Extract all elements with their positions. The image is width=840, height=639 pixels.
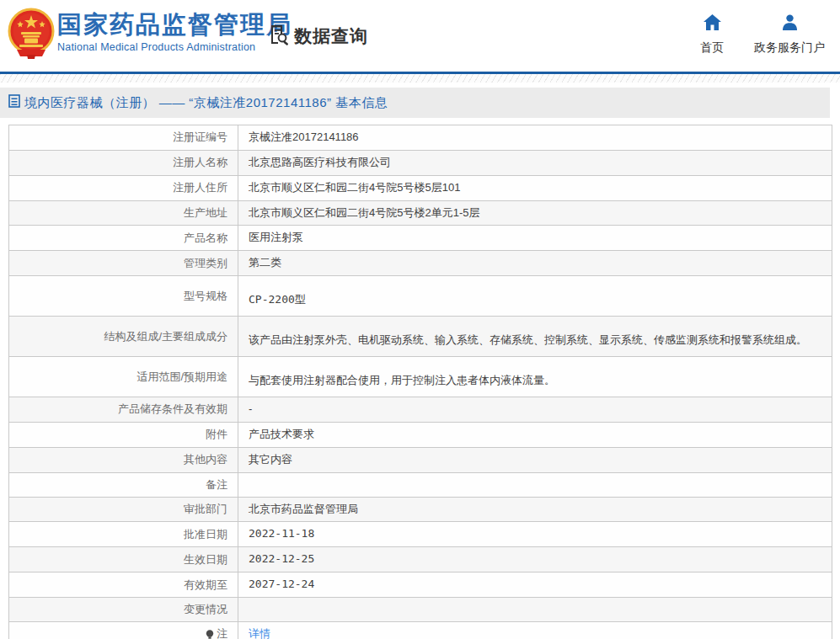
row-label: 注 — [9, 622, 238, 639]
data-query-section[interactable]: 数据查询 — [266, 22, 368, 51]
row-value: 2022-11-18 — [238, 522, 832, 546]
breadcrumb-bar: 境内医疗器械（注册） —— “京械注准20172141186” 基本信息 — [0, 88, 830, 118]
data-query-icon — [266, 22, 292, 51]
table-row: 其他内容 其它内容 — [9, 448, 832, 473]
table-row: 备注 — [9, 473, 832, 498]
table-row: 管理类别 第二类 — [9, 251, 832, 276]
row-label: 备注 — [9, 473, 238, 497]
row-label: 注册证编号 — [9, 125, 238, 150]
data-query-label: 数据查询 — [294, 24, 368, 48]
row-value: 与配套使用注射器配合使用，用于控制注入患者体内液体流量。 — [238, 357, 832, 397]
org-names: 国家药品监督管理局 National Medical Products Admi… — [57, 11, 292, 53]
bulb-icon — [206, 630, 214, 639]
row-value: 2027-12-24 — [238, 572, 832, 597]
row-label: 注册人住所 — [9, 176, 238, 200]
row-label: 产品名称 — [9, 226, 238, 250]
table-row: 注册人名称 北京思路高医疗科技有限公司 — [9, 151, 832, 176]
row-value: 北京市顺义区仁和园二街4号院5号楼5层101 — [238, 176, 832, 200]
table-row: 型号规格 CP-2200型 — [9, 276, 832, 317]
table-row: 审批部门 北京市药品监督管理局 — [9, 498, 832, 523]
row-value: 该产品由注射泵外壳、电机驱动系统、输入系统、存储系统、控制系统、显示系统、传感监… — [238, 317, 832, 356]
nav-label-portal: 政务服务门户 — [754, 40, 825, 56]
nav-label-home: 首页 — [700, 40, 724, 56]
row-label: 产品储存条件及有效期 — [9, 397, 238, 422]
row-label: 附件 — [9, 423, 238, 447]
row-label: 批准日期 — [9, 522, 238, 546]
table-row: 生效日期 2022-12-25 — [9, 547, 832, 572]
table-row: 注册证编号 京械注准20172141186 — [9, 125, 832, 151]
home-icon — [704, 14, 721, 34]
row-label: 注册人名称 — [9, 151, 238, 175]
table-row: 变更情况 — [9, 598, 832, 622]
table-row: 批准日期 2022-11-18 — [9, 522, 832, 547]
row-value: - — [238, 397, 832, 422]
table-row: 产品名称 医用注射泵 — [9, 226, 832, 251]
document-icon — [8, 94, 20, 111]
row-value: 北京市顺义区仁和园二街4号院5号楼2单元1-5层 — [238, 201, 832, 226]
nav-item-home[interactable]: 首页 — [700, 14, 724, 56]
row-value: 京械注准20172141186 — [238, 125, 832, 150]
row-label: 生效日期 — [9, 547, 238, 572]
table-row: 结构及组成/主要组成成分 该产品由注射泵外壳、电机驱动系统、输入系统、存储系统、… — [9, 317, 832, 357]
page-title: 境内医疗器械（注册） —— “京械注准20172141186” 基本信息 — [24, 95, 388, 111]
national-emblem-logo — [7, 8, 56, 60]
user-icon — [782, 14, 798, 34]
row-label: 适用范围/预期用途 — [9, 357, 238, 397]
table-row: 生产地址 北京市顺义区仁和园二街4号院5号楼2单元1-5层 — [9, 201, 832, 226]
org-name-cn: 国家药品监督管理局 — [57, 11, 292, 39]
registration-info-table: 注册证编号 京械注准20172141186 注册人名称 北京思路高医疗科技有限公… — [8, 125, 832, 639]
row-value: 北京思路高医疗科技有限公司 — [238, 151, 832, 175]
hatch-strip — [0, 74, 840, 83]
row-value: 北京市药品监督管理局 — [238, 498, 832, 522]
top-nav: 首页 政务服务门户 — [700, 14, 825, 56]
row-label: 生产地址 — [9, 201, 238, 226]
row-label-text: 注 — [217, 626, 227, 639]
org-name-en: National Medical Products Administration — [57, 41, 292, 53]
row-label: 结构及组成/主要组成成分 — [9, 317, 238, 356]
table-row: 注 详情 — [9, 622, 832, 639]
site-header: 国家药品监督管理局 National Medical Products Admi… — [0, 0, 840, 72]
row-label: 管理类别 — [9, 251, 238, 275]
row-label: 审批部门 — [9, 498, 238, 522]
table-row: 附件 产品技术要求 — [9, 423, 832, 448]
row-value: 医用注射泵 — [238, 226, 832, 250]
table-row: 适用范围/预期用途 与配套使用注射器配合使用，用于控制注入患者体内液体流量。 — [9, 357, 832, 397]
row-value: 第二类 — [238, 251, 832, 275]
table-row: 有效期至 2027-12-24 — [9, 572, 832, 598]
table-row: 注册人住所 北京市顺义区仁和园二街4号院5号楼5层101 — [9, 176, 832, 201]
row-value: 产品技术要求 — [238, 423, 832, 447]
row-value: 2022-12-25 — [238, 547, 832, 572]
nav-item-portal[interactable]: 政务服务门户 — [754, 14, 825, 56]
row-label: 型号规格 — [9, 276, 238, 316]
detail-link[interactable]: 详情 — [249, 626, 270, 639]
row-label: 有效期至 — [9, 572, 238, 597]
row-label: 其他内容 — [9, 448, 238, 472]
table-row: 产品储存条件及有效期 - — [9, 397, 832, 423]
row-label: 变更情况 — [9, 598, 238, 621]
row-value: 其它内容 — [238, 448, 832, 472]
row-value — [238, 473, 832, 497]
row-value: CP-2200型 — [238, 276, 832, 316]
row-value — [238, 598, 832, 621]
